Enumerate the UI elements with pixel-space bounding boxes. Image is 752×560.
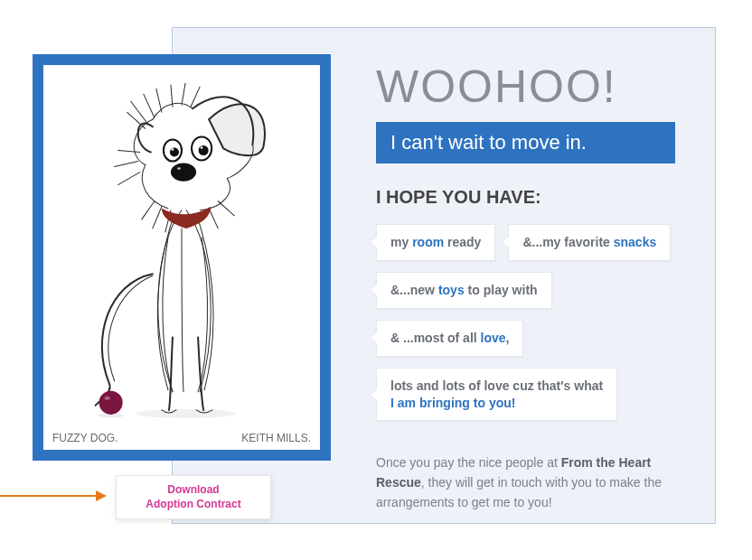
svg-point-7 <box>171 163 196 182</box>
caption-right: KEITH MILLS. <box>241 432 311 444</box>
svg-point-6 <box>201 146 203 149</box>
bubble-snacks: &...my favorite snacks <box>508 224 671 261</box>
svg-point-9 <box>99 391 123 415</box>
bubble-room: my room ready <box>376 224 495 261</box>
bubble-love: & ...most of all love, <box>376 320 523 357</box>
pet-illustration-frame: FUZZY DOG. KEITH MILLS. <box>33 54 331 461</box>
bubble-list: my room ready &...my favorite snacks &..… <box>376 224 675 421</box>
svg-marker-14 <box>96 490 107 501</box>
download-label-line1: Download <box>127 483 259 498</box>
art-captions: FUZZY DOG. KEITH MILLS. <box>43 428 320 450</box>
caption-left: FUZZY DOG. <box>52 432 118 444</box>
bubble-toys: &...new toys to play with <box>376 272 552 309</box>
svg-point-11 <box>99 413 124 417</box>
svg-point-12 <box>136 409 237 418</box>
arrow-icon <box>0 490 107 502</box>
subhead: I HOPE YOU HAVE: <box>376 187 675 208</box>
svg-point-8 <box>177 167 181 170</box>
svg-point-3 <box>170 147 179 156</box>
bubble-bringing: lots and lots of love cuz that's what I … <box>376 368 617 422</box>
svg-point-4 <box>199 145 209 155</box>
pet-illustration <box>43 65 320 428</box>
download-label-line2: Adoption Contract <box>127 498 259 512</box>
download-contract-button[interactable]: Download Adoption Contract <box>116 475 271 519</box>
banner: I can't wait to move in. <box>376 122 675 163</box>
svg-point-10 <box>105 397 110 400</box>
svg-point-5 <box>172 148 174 151</box>
closing-paragraph: Once you pay the nice people at From the… <box>376 453 674 512</box>
page-title: WOOHOO! <box>376 64 675 109</box>
